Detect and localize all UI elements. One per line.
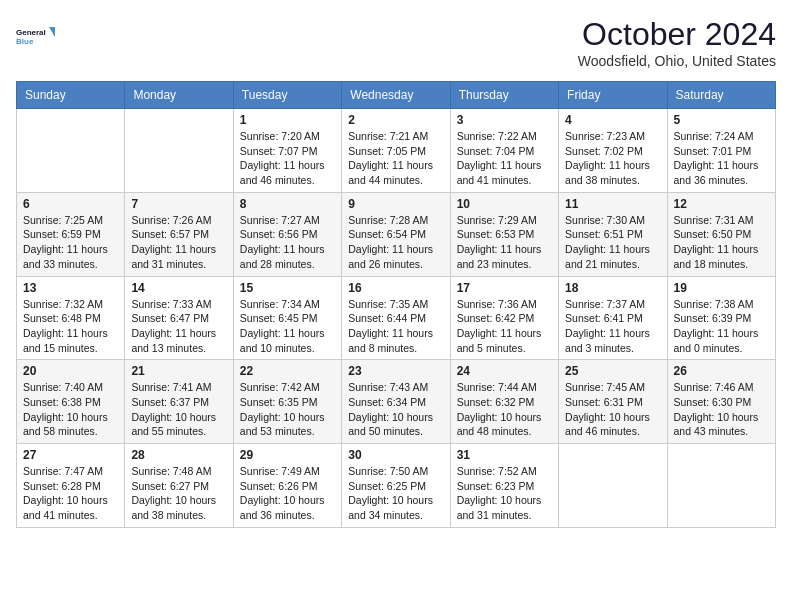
calendar-cell: 4Sunrise: 7:23 AM Sunset: 7:02 PM Daylig… xyxy=(559,109,667,193)
calendar-cell: 1Sunrise: 7:20 AM Sunset: 7:07 PM Daylig… xyxy=(233,109,341,193)
day-info: Sunrise: 7:28 AM Sunset: 6:54 PM Dayligh… xyxy=(348,213,443,272)
calendar-cell: 9Sunrise: 7:28 AM Sunset: 6:54 PM Daylig… xyxy=(342,192,450,276)
calendar-cell: 27Sunrise: 7:47 AM Sunset: 6:28 PM Dayli… xyxy=(17,444,125,528)
weekday-header-thursday: Thursday xyxy=(450,82,558,109)
week-row-4: 20Sunrise: 7:40 AM Sunset: 6:38 PM Dayli… xyxy=(17,360,776,444)
day-number: 26 xyxy=(674,364,769,378)
logo: General Blue xyxy=(16,16,56,56)
day-number: 2 xyxy=(348,113,443,127)
calendar-cell: 28Sunrise: 7:48 AM Sunset: 6:27 PM Dayli… xyxy=(125,444,233,528)
calendar-cell: 20Sunrise: 7:40 AM Sunset: 6:38 PM Dayli… xyxy=(17,360,125,444)
week-row-3: 13Sunrise: 7:32 AM Sunset: 6:48 PM Dayli… xyxy=(17,276,776,360)
day-number: 5 xyxy=(674,113,769,127)
day-number: 17 xyxy=(457,281,552,295)
calendar-cell: 7Sunrise: 7:26 AM Sunset: 6:57 PM Daylig… xyxy=(125,192,233,276)
day-number: 25 xyxy=(565,364,660,378)
svg-marker-2 xyxy=(49,27,55,37)
day-number: 21 xyxy=(131,364,226,378)
week-row-1: 1Sunrise: 7:20 AM Sunset: 7:07 PM Daylig… xyxy=(17,109,776,193)
day-number: 8 xyxy=(240,197,335,211)
day-info: Sunrise: 7:38 AM Sunset: 6:39 PM Dayligh… xyxy=(674,297,769,356)
day-number: 16 xyxy=(348,281,443,295)
calendar-cell xyxy=(125,109,233,193)
calendar-cell: 13Sunrise: 7:32 AM Sunset: 6:48 PM Dayli… xyxy=(17,276,125,360)
logo-svg: General Blue xyxy=(16,16,56,56)
day-number: 29 xyxy=(240,448,335,462)
day-info: Sunrise: 7:25 AM Sunset: 6:59 PM Dayligh… xyxy=(23,213,118,272)
calendar-cell xyxy=(17,109,125,193)
calendar-cell: 29Sunrise: 7:49 AM Sunset: 6:26 PM Dayli… xyxy=(233,444,341,528)
calendar-cell: 26Sunrise: 7:46 AM Sunset: 6:30 PM Dayli… xyxy=(667,360,775,444)
day-number: 14 xyxy=(131,281,226,295)
day-number: 27 xyxy=(23,448,118,462)
day-info: Sunrise: 7:43 AM Sunset: 6:34 PM Dayligh… xyxy=(348,380,443,439)
day-info: Sunrise: 7:44 AM Sunset: 6:32 PM Dayligh… xyxy=(457,380,552,439)
calendar-cell: 25Sunrise: 7:45 AM Sunset: 6:31 PM Dayli… xyxy=(559,360,667,444)
calendar-cell: 3Sunrise: 7:22 AM Sunset: 7:04 PM Daylig… xyxy=(450,109,558,193)
calendar-cell: 16Sunrise: 7:35 AM Sunset: 6:44 PM Dayli… xyxy=(342,276,450,360)
calendar-cell: 23Sunrise: 7:43 AM Sunset: 6:34 PM Dayli… xyxy=(342,360,450,444)
day-info: Sunrise: 7:26 AM Sunset: 6:57 PM Dayligh… xyxy=(131,213,226,272)
day-info: Sunrise: 7:48 AM Sunset: 6:27 PM Dayligh… xyxy=(131,464,226,523)
day-info: Sunrise: 7:46 AM Sunset: 6:30 PM Dayligh… xyxy=(674,380,769,439)
day-info: Sunrise: 7:27 AM Sunset: 6:56 PM Dayligh… xyxy=(240,213,335,272)
day-number: 19 xyxy=(674,281,769,295)
svg-text:General: General xyxy=(16,28,46,37)
calendar-cell: 22Sunrise: 7:42 AM Sunset: 6:35 PM Dayli… xyxy=(233,360,341,444)
day-number: 6 xyxy=(23,197,118,211)
day-number: 24 xyxy=(457,364,552,378)
day-info: Sunrise: 7:47 AM Sunset: 6:28 PM Dayligh… xyxy=(23,464,118,523)
day-number: 30 xyxy=(348,448,443,462)
weekday-header-tuesday: Tuesday xyxy=(233,82,341,109)
weekday-header-sunday: Sunday xyxy=(17,82,125,109)
day-info: Sunrise: 7:21 AM Sunset: 7:05 PM Dayligh… xyxy=(348,129,443,188)
day-info: Sunrise: 7:52 AM Sunset: 6:23 PM Dayligh… xyxy=(457,464,552,523)
day-info: Sunrise: 7:42 AM Sunset: 6:35 PM Dayligh… xyxy=(240,380,335,439)
weekday-header-wednesday: Wednesday xyxy=(342,82,450,109)
day-info: Sunrise: 7:32 AM Sunset: 6:48 PM Dayligh… xyxy=(23,297,118,356)
calendar-cell: 8Sunrise: 7:27 AM Sunset: 6:56 PM Daylig… xyxy=(233,192,341,276)
title-block: October 2024 Woodsfield, Ohio, United St… xyxy=(578,16,776,69)
day-info: Sunrise: 7:36 AM Sunset: 6:42 PM Dayligh… xyxy=(457,297,552,356)
calendar-cell: 5Sunrise: 7:24 AM Sunset: 7:01 PM Daylig… xyxy=(667,109,775,193)
svg-text:Blue: Blue xyxy=(16,37,34,46)
day-info: Sunrise: 7:30 AM Sunset: 6:51 PM Dayligh… xyxy=(565,213,660,272)
day-info: Sunrise: 7:40 AM Sunset: 6:38 PM Dayligh… xyxy=(23,380,118,439)
day-info: Sunrise: 7:24 AM Sunset: 7:01 PM Dayligh… xyxy=(674,129,769,188)
page-header: General Blue October 2024 Woodsfield, Oh… xyxy=(16,16,776,69)
calendar-cell: 15Sunrise: 7:34 AM Sunset: 6:45 PM Dayli… xyxy=(233,276,341,360)
day-number: 1 xyxy=(240,113,335,127)
day-number: 7 xyxy=(131,197,226,211)
day-number: 15 xyxy=(240,281,335,295)
day-number: 4 xyxy=(565,113,660,127)
day-info: Sunrise: 7:45 AM Sunset: 6:31 PM Dayligh… xyxy=(565,380,660,439)
calendar-cell: 30Sunrise: 7:50 AM Sunset: 6:25 PM Dayli… xyxy=(342,444,450,528)
calendar-cell: 19Sunrise: 7:38 AM Sunset: 6:39 PM Dayli… xyxy=(667,276,775,360)
calendar-cell: 2Sunrise: 7:21 AM Sunset: 7:05 PM Daylig… xyxy=(342,109,450,193)
calendar-cell: 31Sunrise: 7:52 AM Sunset: 6:23 PM Dayli… xyxy=(450,444,558,528)
day-info: Sunrise: 7:49 AM Sunset: 6:26 PM Dayligh… xyxy=(240,464,335,523)
weekday-header-saturday: Saturday xyxy=(667,82,775,109)
day-info: Sunrise: 7:41 AM Sunset: 6:37 PM Dayligh… xyxy=(131,380,226,439)
week-row-2: 6Sunrise: 7:25 AM Sunset: 6:59 PM Daylig… xyxy=(17,192,776,276)
day-info: Sunrise: 7:37 AM Sunset: 6:41 PM Dayligh… xyxy=(565,297,660,356)
calendar-table: SundayMondayTuesdayWednesdayThursdayFrid… xyxy=(16,81,776,528)
location: Woodsfield, Ohio, United States xyxy=(578,53,776,69)
calendar-cell: 6Sunrise: 7:25 AM Sunset: 6:59 PM Daylig… xyxy=(17,192,125,276)
day-number: 18 xyxy=(565,281,660,295)
calendar-cell: 10Sunrise: 7:29 AM Sunset: 6:53 PM Dayli… xyxy=(450,192,558,276)
calendar-cell: 11Sunrise: 7:30 AM Sunset: 6:51 PM Dayli… xyxy=(559,192,667,276)
weekday-header-friday: Friday xyxy=(559,82,667,109)
day-info: Sunrise: 7:33 AM Sunset: 6:47 PM Dayligh… xyxy=(131,297,226,356)
day-number: 28 xyxy=(131,448,226,462)
day-info: Sunrise: 7:22 AM Sunset: 7:04 PM Dayligh… xyxy=(457,129,552,188)
calendar-cell: 14Sunrise: 7:33 AM Sunset: 6:47 PM Dayli… xyxy=(125,276,233,360)
day-number: 9 xyxy=(348,197,443,211)
month-title: October 2024 xyxy=(578,16,776,53)
day-number: 10 xyxy=(457,197,552,211)
day-number: 13 xyxy=(23,281,118,295)
day-number: 3 xyxy=(457,113,552,127)
day-number: 31 xyxy=(457,448,552,462)
day-number: 11 xyxy=(565,197,660,211)
day-number: 23 xyxy=(348,364,443,378)
